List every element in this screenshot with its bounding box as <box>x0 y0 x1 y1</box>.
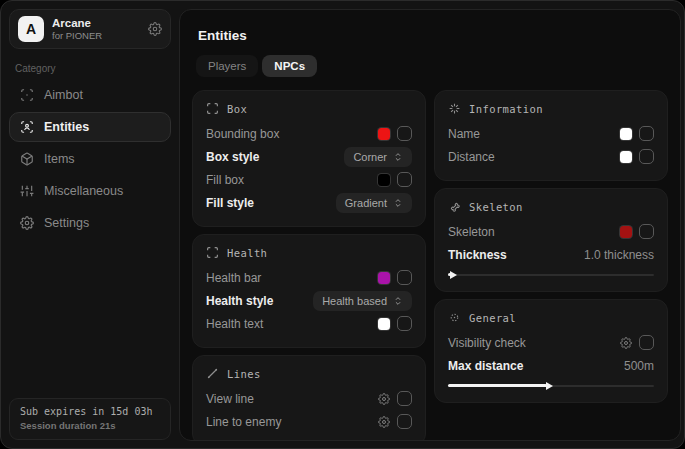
brand-name: Arcane <box>52 17 102 29</box>
row-distance: Distance <box>448 145 654 168</box>
fill-style-select[interactable]: Gradient <box>336 193 412 213</box>
category-label: Category <box>15 63 165 74</box>
page-title: Entities <box>198 28 668 43</box>
row-label: Box style <box>206 150 259 164</box>
row-label: Line to enemy <box>206 415 281 429</box>
row-label: Health bar <box>206 271 261 285</box>
color-swatch[interactable] <box>620 151 632 163</box>
row-label: Fill box <box>206 173 244 187</box>
sidebar-item-label: Settings <box>44 216 89 230</box>
sidebar-item-label: Items <box>44 152 75 166</box>
corner-brackets-icon <box>206 246 219 259</box>
row-health-text: Health text <box>206 312 412 335</box>
card-lines: Lines View line Line to enemy <box>192 355 426 441</box>
select-value: Health based <box>322 295 387 307</box>
card-general: General Visibility check Max distance <box>434 299 668 403</box>
health-style-select[interactable]: Health based <box>313 291 412 311</box>
sidebar-item-aimbot[interactable]: Aimbot <box>9 80 171 110</box>
color-swatch[interactable] <box>378 272 390 284</box>
sub-expires-text: Sub expires in 15d 03h <box>20 406 160 417</box>
select-value: Corner <box>353 151 387 163</box>
max-distance-slider[interactable] <box>448 381 654 390</box>
bounding-box-checkbox[interactable] <box>397 126 412 141</box>
line-to-enemy-checkbox[interactable] <box>397 414 412 429</box>
thickness-slider[interactable] <box>448 270 654 279</box>
sidebar-nav: Aimbot Entities Items Miscellaneous <box>9 80 171 238</box>
sidebar-item-miscellaneous[interactable]: Miscellaneous <box>9 176 171 206</box>
tab-bar: Players NPCs <box>196 55 668 77</box>
color-swatch[interactable] <box>620 226 632 238</box>
card-skeleton: Skeleton Skeleton Thickness 1.0 thicknes… <box>434 188 668 292</box>
row-health-style: Health style Health based <box>206 289 412 312</box>
row-label: Name <box>448 127 480 141</box>
name-checkbox[interactable] <box>639 126 654 141</box>
row-label: Max distance <box>448 359 523 373</box>
unfold-icon <box>393 198 403 208</box>
gear-icon[interactable] <box>148 22 162 36</box>
brand-subtitle: for PIONER <box>52 30 102 41</box>
row-label: Skeleton <box>448 225 495 239</box>
left-column: Box Bounding box Box style Corner <box>192 90 426 441</box>
slider-track <box>448 274 654 276</box>
main-panel: Entities Players NPCs Box Bounding box <box>179 9 681 441</box>
color-swatch[interactable] <box>378 128 390 140</box>
card-information: Information Name Distance <box>434 90 668 181</box>
sidebar: A Arcane for PIONER Category Aimbot <box>1 1 179 448</box>
health-bar-checkbox[interactable] <box>397 270 412 285</box>
session-duration-text: Session duration 21s <box>20 420 160 431</box>
card-title: Skeleton <box>469 201 523 213</box>
app-window: A Arcane for PIONER Category Aimbot <box>0 0 685 449</box>
color-swatch[interactable] <box>378 174 390 186</box>
diagonal-line-icon <box>206 367 219 380</box>
view-line-checkbox[interactable] <box>397 391 412 406</box>
slider-handle[interactable] <box>448 384 547 387</box>
color-swatch[interactable] <box>378 318 390 330</box>
row-box-style: Box style Corner <box>206 145 412 168</box>
fill-box-checkbox[interactable] <box>397 172 412 187</box>
row-visibility-check: Visibility check <box>448 331 654 354</box>
tab-npcs[interactable]: NPCs <box>262 55 317 77</box>
card-title: Lines <box>227 368 261 380</box>
visibility-check-checkbox[interactable] <box>639 335 654 350</box>
row-fill-style: Fill style Gradient <box>206 191 412 214</box>
row-view-line: View line <box>206 387 412 410</box>
sliders-icon <box>20 184 34 198</box>
distance-checkbox[interactable] <box>639 149 654 164</box>
person-scan-icon <box>20 120 34 134</box>
card-box: Box Bounding box Box style Corner <box>192 90 426 227</box>
brand-text: Arcane for PIONER <box>52 17 102 41</box>
unfold-icon <box>393 296 403 306</box>
skeleton-checkbox[interactable] <box>639 224 654 239</box>
unfold-icon <box>393 152 403 162</box>
row-thickness: Thickness 1.0 thickness <box>448 243 654 266</box>
row-label: Health style <box>206 294 273 308</box>
select-value: Gradient <box>345 197 387 209</box>
color-swatch[interactable] <box>620 128 632 140</box>
subscription-card: Sub expires in 15d 03h Session duration … <box>9 398 171 440</box>
gear-icon[interactable] <box>378 393 390 405</box>
slider-handle[interactable] <box>448 273 451 276</box>
row-label: Distance <box>448 150 495 164</box>
row-health-bar: Health bar <box>206 266 412 289</box>
row-bounding-box: Bounding box <box>206 122 412 145</box>
right-column: Information Name Distance <box>434 90 668 403</box>
card-title: Box <box>227 103 247 115</box>
sidebar-item-settings[interactable]: Settings <box>9 208 171 238</box>
box-style-select[interactable]: Corner <box>344 147 412 167</box>
tab-players[interactable]: Players <box>196 55 258 77</box>
health-text-checkbox[interactable] <box>397 316 412 331</box>
brand-card: A Arcane for PIONER <box>9 9 171 49</box>
row-label: Visibility check <box>448 336 526 350</box>
card-health: Health Health bar Health style Health ba… <box>192 234 426 348</box>
sparkle-icon <box>448 102 461 115</box>
gear-icon[interactable] <box>620 337 632 349</box>
sidebar-item-items[interactable]: Items <box>9 144 171 174</box>
sidebar-item-entities[interactable]: Entities <box>9 112 171 142</box>
card-title: Information <box>469 103 543 115</box>
row-skeleton: Skeleton <box>448 220 654 243</box>
row-label: Fill style <box>206 196 254 210</box>
row-max-distance: Max distance 500m <box>448 354 654 377</box>
gear-icon[interactable] <box>378 416 390 428</box>
row-line-to-enemy: Line to enemy <box>206 410 412 433</box>
crosshair-scan-icon <box>20 88 34 102</box>
